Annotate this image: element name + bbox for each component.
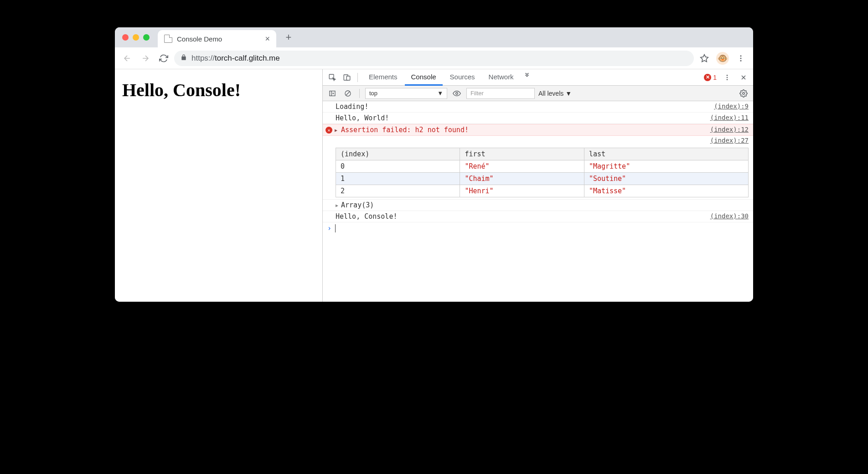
svg-point-7 (727, 75, 728, 76)
window-controls (122, 34, 150, 41)
svg-point-8 (727, 77, 728, 78)
filter-input[interactable]: Filter (466, 88, 535, 99)
maximize-window-button[interactable] (143, 34, 150, 41)
chevron-down-icon: ▼ (437, 90, 443, 97)
filter-placeholder: Filter (470, 90, 484, 97)
svg-line-13 (346, 92, 350, 95)
console-sidebar-toggle[interactable] (326, 88, 338, 99)
svg-point-14 (456, 92, 458, 94)
separator (359, 89, 360, 98)
log-source-link[interactable]: (index):11 (710, 114, 749, 121)
new-tab-button[interactable]: + (282, 31, 295, 44)
tab-bar: Console Demo × + (115, 27, 753, 47)
log-message: Hello, Console! (336, 212, 710, 221)
context-value: top (369, 90, 377, 97)
table-row: 1 "Chaim" "Soutine" (336, 173, 749, 185)
prompt-icon: › (327, 224, 331, 232)
page-heading: Hello, Console! (122, 79, 315, 101)
error-count: 1 (713, 74, 717, 81)
minimize-window-button[interactable] (133, 34, 139, 41)
log-source-link[interactable]: (index):12 (710, 126, 749, 133)
expand-icon[interactable]: ▶ (335, 128, 337, 133)
console-log-row: Hello, Console! (index):30 (323, 211, 753, 222)
browser-window: Console Demo × + https://torch-calf.glit… (115, 27, 753, 302)
table-header[interactable]: last (584, 148, 748, 160)
browser-menu-button[interactable] (733, 51, 749, 66)
console-error-row: ✕ ▶ Assertion failed: h2 not found! (ind… (323, 124, 753, 136)
error-icon: ✕ (704, 74, 711, 81)
device-toolbar-button[interactable] (341, 72, 353, 83)
console-array-row[interactable]: ▶ Array(3) (323, 200, 753, 211)
console-log-row: Loading! (index):9 (323, 101, 753, 113)
console-source-row: (index):27 (323, 136, 753, 145)
live-expression-button[interactable] (451, 88, 463, 99)
close-tab-button[interactable]: × (265, 34, 270, 44)
devtools-panel: Elements Console Sources Network ✕ 1 (322, 69, 753, 302)
content-area: Hello, Console! Elements Console Sources… (115, 69, 753, 302)
file-icon (164, 35, 172, 43)
table-row: 2 "Henri" "Matisse" (336, 185, 749, 197)
log-source-link[interactable]: (index):30 (710, 212, 749, 220)
context-selector[interactable]: top ▼ (365, 88, 447, 99)
back-button[interactable] (119, 51, 135, 66)
table-row: 0 "René" "Magritte" (336, 160, 749, 173)
log-levels-selector[interactable]: All levels ▼ (538, 90, 572, 97)
console-prompt[interactable]: › (323, 222, 753, 234)
clear-console-button[interactable] (342, 88, 354, 99)
log-message: Hello, World! (336, 114, 710, 122)
expand-icon: ▶ (336, 203, 338, 208)
svg-point-3 (740, 60, 742, 61)
table-cell: "Magritte" (584, 160, 748, 173)
tab-network[interactable]: Network (482, 69, 520, 85)
table-cell: "Chaim" (460, 173, 584, 185)
close-devtools-button[interactable] (738, 72, 749, 83)
table-cell: 1 (336, 173, 460, 185)
table-header[interactable]: (index) (336, 148, 460, 160)
devtools-menu-button[interactable] (721, 72, 733, 83)
table-cell: 2 (336, 185, 460, 197)
browser-tab[interactable]: Console Demo × (158, 30, 276, 47)
table-cell: "Henri" (460, 185, 584, 197)
tab-elements[interactable]: Elements (362, 69, 404, 85)
inspect-element-button[interactable] (326, 72, 338, 83)
table-cell: 0 (336, 160, 460, 173)
log-source-link[interactable]: (index):9 (714, 103, 749, 110)
close-window-button[interactable] (122, 34, 129, 41)
avatar-icon: 🐵 (716, 52, 729, 65)
svg-point-15 (743, 92, 745, 94)
log-source-link[interactable]: (index):27 (710, 137, 749, 144)
svg-rect-6 (346, 76, 350, 80)
console-output[interactable]: Loading! (index):9 Hello, World! (index)… (323, 101, 753, 302)
console-table: (index) first last 0 "René" "Magritte" (336, 148, 749, 197)
tab-console[interactable]: Console (405, 69, 443, 86)
error-count-badge[interactable]: ✕ 1 (704, 74, 717, 81)
svg-marker-0 (701, 54, 708, 62)
url-input[interactable]: https://torch-calf.glitch.me (174, 51, 694, 66)
table-cell: "Matisse" (584, 185, 748, 197)
devtools-header: Elements Console Sources Network ✕ 1 (323, 69, 753, 86)
table-cell: "René" (460, 160, 584, 173)
console-table-row: (index) first last 0 "René" "Magritte" (323, 145, 753, 200)
reload-button[interactable] (156, 51, 171, 66)
devtools-tabs: Elements Console Sources Network (362, 69, 533, 85)
table-header[interactable]: first (460, 148, 584, 160)
svg-rect-10 (330, 91, 335, 96)
more-tabs-button[interactable] (521, 69, 533, 81)
bookmark-button[interactable] (697, 51, 712, 66)
cursor (335, 224, 336, 232)
lock-icon (181, 54, 187, 63)
devtools-header-right: ✕ 1 (704, 72, 749, 83)
console-log-row: Hello, World! (index):11 (323, 113, 753, 124)
profile-button[interactable]: 🐵 (715, 51, 730, 66)
log-message: Loading! (336, 103, 714, 111)
svg-point-9 (727, 79, 728, 80)
error-icon: ✕ (326, 127, 332, 134)
console-settings-button[interactable] (738, 88, 749, 99)
forward-button[interactable] (138, 51, 153, 66)
chevron-down-icon: ▼ (565, 90, 572, 97)
svg-point-1 (740, 55, 742, 57)
levels-label: All levels (538, 90, 563, 97)
page-viewport: Hello, Console! (115, 69, 322, 302)
tab-title: Console Demo (177, 35, 222, 43)
tab-sources[interactable]: Sources (444, 69, 481, 85)
